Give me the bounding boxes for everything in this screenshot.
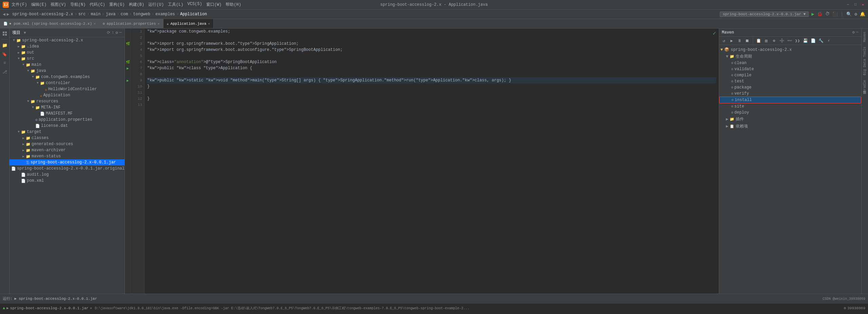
tree-item[interactable]: ▼ 📁 src: [9, 56, 124, 62]
gutter-cell[interactable]: ▶: [125, 65, 131, 71]
debug-button[interactable]: 🐞: [817, 12, 823, 17]
maven-toolbar-btn-10[interactable]: 💾: [802, 37, 809, 44]
tree-item[interactable]: 🗜 spring-boot-accesslog-2.x-0.0.1.jar: [9, 159, 124, 165]
breadcrumb-java[interactable]: java: [106, 12, 116, 17]
maven-deps-header[interactable]: ▶ 📋 依赖项: [719, 123, 861, 130]
tree-item[interactable]: 📄 MANIFEST.MF: [9, 111, 124, 117]
menu-item[interactable]: 运行(U): [148, 2, 164, 7]
code-line[interactable]: "kw">class="annotation">@"type">SpringBo…: [147, 59, 716, 65]
menu-item[interactable]: 工具(L): [168, 2, 184, 7]
tree-item[interactable]: ▶ 📁 maven-archiver: [9, 147, 124, 153]
menu-item[interactable]: 视图(V): [51, 2, 66, 7]
code-line[interactable]: }: [147, 83, 716, 90]
tree-item[interactable]: ▼ 📁 resources: [9, 98, 124, 104]
breadcrumb-src[interactable]: src: [78, 12, 86, 17]
hide-icon[interactable]: —: [119, 30, 122, 35]
code-line[interactable]: [147, 71, 716, 77]
maven-lifecycle-header[interactable]: ▼ 📁 生命周期: [719, 53, 861, 60]
menu-item[interactable]: 窗口(W): [206, 2, 222, 7]
maven-plugins-header[interactable]: ▶ 📁 插件: [719, 116, 861, 123]
tree-item[interactable]: ▼ 📁 java: [9, 68, 124, 74]
code-line[interactable]: [147, 35, 716, 41]
code-line[interactable]: [147, 102, 716, 108]
menu-item[interactable]: 代码(C): [90, 2, 105, 7]
menu-item[interactable]: 导航(N): [70, 2, 86, 7]
menu-item[interactable]: 编辑(E): [31, 2, 47, 7]
code-line[interactable]: [147, 53, 716, 59]
maven-lifecycle-item-validate[interactable]: ⚙ validate: [719, 66, 861, 72]
maven-lifecycle-item-test[interactable]: ⚙ test: [719, 78, 861, 84]
run-config-selector[interactable]: spring-boot-accesslog-2.x-0.0.1.jar ▼: [720, 12, 809, 17]
maven-toolbar-btn-5[interactable]: ▤: [763, 37, 770, 44]
search-button[interactable]: 🔍: [846, 12, 852, 17]
maven-toolbar-btn-3[interactable]: ⏹: [744, 37, 751, 44]
tree-item[interactable]: ▶ 📁 classes: [9, 135, 124, 141]
up-arrow[interactable]: ▲: [3, 306, 5, 311]
maven-toolbar-btn-9[interactable]: ❯❯: [794, 37, 801, 44]
tree-item[interactable]: ▼ 📁 spring-boot-accesslog-2.x: [9, 37, 124, 43]
tree-item[interactable]: ▶ 📁 maven-status: [9, 153, 124, 159]
sync-icon[interactable]: ⟳: [107, 30, 110, 35]
code-line[interactable]: "kw">import org.springframework.boot.aut…: [147, 47, 716, 53]
gutter-cell[interactable]: ▶: [125, 77, 131, 83]
tree-item[interactable]: ▼ 📁 controller: [9, 80, 124, 86]
breadcrumb-examples[interactable]: examples: [155, 12, 175, 17]
breadcrumb-application[interactable]: Application: [180, 12, 207, 17]
maven-toolbar-btn-8[interactable]: ➖: [786, 37, 793, 44]
settings-bottom[interactable]: ⚙: [844, 306, 846, 310]
tree-item[interactable]: ▶ 📁 .idea: [9, 43, 124, 50]
menu-item[interactable]: VCS(S): [187, 2, 202, 7]
editor-tab-props[interactable]: ⚙ application.properties ✕: [99, 19, 163, 28]
tree-item[interactable]: 📄 license.dat: [9, 123, 124, 129]
breadcrumb-project[interactable]: spring-boot-accesslog-2.x: [12, 12, 73, 17]
code-line[interactable]: "kw">package com.tongweb.examples;: [147, 28, 716, 35]
window-controls[interactable]: — □ ✕: [846, 2, 865, 7]
code-editor[interactable]: "kw">package com.tongweb.examples;"kw">i…: [144, 28, 719, 294]
editor-content[interactable]: 🌿🌿▶▶ 12345678910111213 "kw">package com.…: [125, 28, 719, 294]
tree-item[interactable]: 📄 pom.xml: [9, 178, 124, 184]
gradients-edge-tab[interactable]: Gradle: [862, 78, 867, 94]
notifications-edge-tab[interactable]: 通知: [862, 95, 868, 99]
tree-item[interactable]: ▼ 📁 main: [9, 62, 124, 68]
maven-lifecycle-item-clean[interactable]: ⚙ clean: [719, 60, 861, 66]
bigdata-edge-tab[interactable]: Big Data Tools: [862, 45, 867, 77]
menu-item[interactable]: 重构(G): [109, 2, 125, 7]
editor-tab-pom[interactable]: 📄 ● pom.xml (spring-boot-accesslog-2.x) …: [0, 19, 99, 28]
code-line[interactable]: "kw">public "kw">class "type">Applicatio…: [147, 65, 716, 71]
stop-button[interactable]: ⬛: [832, 12, 838, 17]
code-line[interactable]: [147, 90, 716, 96]
settings-icon[interactable]: ⚙: [116, 30, 118, 35]
structure-icon[interactable]: ≡: [1, 59, 8, 67]
maven-edge-tab[interactable]: Maven: [862, 30, 867, 44]
bookmark-icon[interactable]: 🔖: [1, 51, 8, 58]
maven-minimize-icon[interactable]: —: [856, 30, 859, 35]
maven-lifecycle-item-verify[interactable]: ⚙ verify: [719, 91, 861, 97]
minimize-button[interactable]: —: [846, 2, 850, 7]
maven-lifecycle-item-site[interactable]: ⚙ site: [719, 103, 861, 110]
breadcrumb-tongweb[interactable]: tongweb: [133, 12, 150, 17]
code-line[interactable]: }: [147, 96, 716, 102]
maximize-button[interactable]: □: [853, 2, 858, 7]
breadcrumb-com[interactable]: com: [121, 12, 128, 17]
sidebar-tools[interactable]: ⟳ ↕ ⚙ —: [107, 30, 122, 35]
maven-toolbar-btn-4[interactable]: 📋: [755, 37, 762, 44]
tree-item[interactable]: ⚙ application.properties: [9, 117, 124, 123]
editor-tab-app[interactable]: ☕ Application.java ✕: [163, 19, 214, 28]
maven-toolbar[interactable]: ↺▶⏸⏹📋▤⊕➕➖❯❯💾📄🔧⚡: [719, 37, 861, 45]
vcs-icon[interactable]: ⎇: [1, 68, 8, 76]
maven-toolbar-btn-7[interactable]: ➕: [778, 37, 785, 44]
code-line[interactable]: "kw">import org.springframework.boot."ty…: [147, 41, 716, 47]
code-line[interactable]: "kw">public "kw">static "kw">void "metho…: [147, 77, 716, 83]
tree-item[interactable]: ▼ 📁 target: [9, 129, 124, 135]
maven-toolbar-btn-13[interactable]: ⚡: [825, 37, 832, 44]
tree-item[interactable]: ☕ Application: [9, 92, 124, 98]
maven-toolbar-btn-6[interactable]: ⊕: [771, 37, 777, 44]
profile-button[interactable]: ⏱: [825, 12, 830, 17]
menu-item[interactable]: 帮助(H): [226, 2, 241, 7]
maven-toolbar-btn-0[interactable]: ↺: [720, 37, 727, 44]
run-gutter-icon[interactable]: ▶: [127, 78, 129, 83]
run-gutter-icon[interactable]: ▶: [127, 66, 129, 71]
tree-item[interactable]: 📄 audit.log: [9, 172, 124, 178]
maven-toolbar-btn-2[interactable]: ⏸: [736, 37, 743, 44]
project-view-icon[interactable]: [1, 30, 8, 37]
